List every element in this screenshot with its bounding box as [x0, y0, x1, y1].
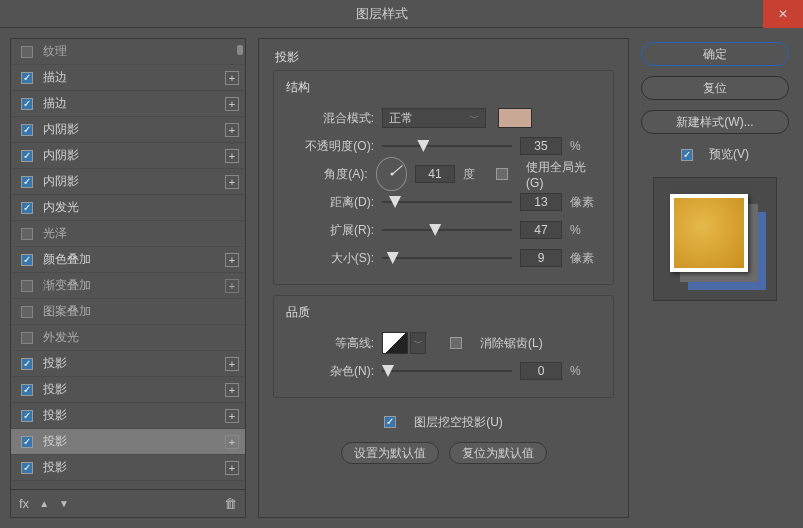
- opacity-label: 不透明度(O):: [286, 138, 374, 155]
- set-default-button[interactable]: 设置为默认值: [341, 442, 439, 464]
- contour-row: 等高线: ﹀ 消除锯齿(L): [286, 329, 601, 357]
- effect-label: 光泽: [43, 225, 239, 242]
- spread-row: 扩展(R): 47 %: [286, 216, 601, 244]
- effect-label: 渐变叠加: [43, 277, 221, 294]
- close-button[interactable]: ✕: [763, 0, 803, 28]
- add-effect-icon[interactable]: +: [225, 123, 239, 137]
- noise-label: 杂色(N):: [286, 363, 374, 380]
- add-effect-icon[interactable]: +: [225, 97, 239, 111]
- effect-checkbox[interactable]: [21, 384, 33, 396]
- preview-checkbox[interactable]: [681, 149, 693, 161]
- quality-title: 品质: [286, 304, 601, 321]
- trash-icon[interactable]: 🗑: [224, 496, 237, 511]
- add-effect-icon[interactable]: +: [225, 175, 239, 189]
- effect-checkbox[interactable]: [21, 462, 33, 474]
- effect-row[interactable]: 内阴影+: [11, 169, 245, 195]
- opacity-input[interactable]: 35: [520, 137, 562, 155]
- effect-checkbox[interactable]: [21, 150, 33, 162]
- effect-row[interactable]: 纹理: [11, 39, 245, 65]
- add-effect-icon[interactable]: +: [225, 409, 239, 423]
- noise-slider[interactable]: [382, 364, 512, 378]
- settings-panel: 投影 结构 混合模式: 正常 ﹀ 不透明度(O): 35 % 角度(A):: [258, 38, 629, 518]
- add-effect-icon[interactable]: +: [225, 149, 239, 163]
- move-down-icon[interactable]: ▼: [59, 498, 69, 509]
- effect-checkbox[interactable]: [21, 46, 33, 58]
- effect-row[interactable]: 投影+: [11, 455, 245, 481]
- effect-checkbox[interactable]: [21, 254, 33, 266]
- effect-row[interactable]: 图案叠加: [11, 299, 245, 325]
- effect-label: 图案叠加: [43, 303, 239, 320]
- distance-slider[interactable]: [382, 195, 512, 209]
- distance-input[interactable]: 13: [520, 193, 562, 211]
- window-title: 图层样式: [0, 5, 763, 23]
- size-input[interactable]: 9: [520, 249, 562, 267]
- blend-mode-row: 混合模式: 正常 ﹀: [286, 104, 601, 132]
- effects-panel: 纹理描边+描边+内阴影+内阴影+内阴影+内发光光泽颜色叠加+渐变叠加+图案叠加外…: [10, 38, 246, 518]
- spread-input[interactable]: 47: [520, 221, 562, 239]
- effect-label: 投影: [43, 433, 221, 450]
- add-effect-icon[interactable]: +: [225, 253, 239, 267]
- effect-checkbox[interactable]: [21, 124, 33, 136]
- size-slider[interactable]: [382, 251, 512, 265]
- effect-checkbox[interactable]: [21, 72, 33, 84]
- add-effect-icon[interactable]: +: [225, 461, 239, 475]
- fx-icon[interactable]: fx: [19, 496, 29, 511]
- reset-default-button[interactable]: 复位为默认值: [449, 442, 547, 464]
- effect-row[interactable]: 内阴影+: [11, 143, 245, 169]
- effect-row[interactable]: 光泽: [11, 221, 245, 247]
- effect-checkbox[interactable]: [21, 280, 33, 292]
- effect-label: 投影: [43, 355, 221, 372]
- add-effect-icon[interactable]: +: [225, 383, 239, 397]
- effect-checkbox[interactable]: [21, 228, 33, 240]
- effect-checkbox[interactable]: [21, 176, 33, 188]
- effect-row[interactable]: 投影+: [11, 429, 245, 455]
- noise-input[interactable]: 0: [520, 362, 562, 380]
- effect-checkbox[interactable]: [21, 98, 33, 110]
- effect-checkbox[interactable]: [21, 306, 33, 318]
- antialias-checkbox[interactable]: [450, 337, 462, 349]
- chevron-down-icon: ﹀: [414, 337, 423, 350]
- angle-dial[interactable]: [376, 157, 408, 191]
- effect-checkbox[interactable]: [21, 358, 33, 370]
- effect-checkbox[interactable]: [21, 202, 33, 214]
- effect-checkbox[interactable]: [21, 332, 33, 344]
- panel-title: 投影: [275, 49, 614, 66]
- angle-input[interactable]: 41: [415, 165, 454, 183]
- effect-label: 内阴影: [43, 173, 221, 190]
- effect-row[interactable]: 内发光: [11, 195, 245, 221]
- move-up-icon[interactable]: ▲: [39, 498, 49, 509]
- effect-checkbox[interactable]: [21, 410, 33, 422]
- effect-row[interactable]: 内阴影+: [11, 117, 245, 143]
- effect-row[interactable]: 外发光: [11, 325, 245, 351]
- spread-label: 扩展(R):: [286, 222, 374, 239]
- ok-button[interactable]: 确定: [641, 42, 789, 66]
- preview-label: 预览(V): [709, 146, 749, 163]
- effect-row[interactable]: 投影+: [11, 403, 245, 429]
- cancel-button[interactable]: 复位: [641, 76, 789, 100]
- contour-picker[interactable]: [382, 332, 408, 354]
- effect-row[interactable]: 投影+: [11, 351, 245, 377]
- effect-row[interactable]: 描边+: [11, 65, 245, 91]
- effect-label: 描边: [43, 69, 221, 86]
- effect-row[interactable]: 颜色叠加+: [11, 247, 245, 273]
- effect-checkbox[interactable]: [21, 436, 33, 448]
- structure-group: 结构 混合模式: 正常 ﹀ 不透明度(O): 35 % 角度(A): 41 度: [273, 70, 614, 285]
- effect-row[interactable]: 渐变叠加+: [11, 273, 245, 299]
- add-effect-icon[interactable]: +: [225, 357, 239, 371]
- structure-title: 结构: [286, 79, 601, 96]
- opacity-slider[interactable]: [382, 139, 512, 153]
- effect-row[interactable]: 描边+: [11, 91, 245, 117]
- add-effect-icon[interactable]: +: [225, 71, 239, 85]
- effect-row[interactable]: 投影+: [11, 377, 245, 403]
- spread-slider[interactable]: [382, 223, 512, 237]
- contour-dropdown[interactable]: ﹀: [410, 332, 426, 354]
- blend-mode-select[interactable]: 正常 ﹀: [382, 108, 486, 128]
- knockout-checkbox[interactable]: [384, 416, 396, 428]
- right-panel: 确定 复位 新建样式(W)... 预览(V): [641, 38, 789, 518]
- global-light-checkbox[interactable]: [496, 168, 508, 180]
- new-style-button[interactable]: 新建样式(W)...: [641, 110, 789, 134]
- angle-unit: 度: [463, 166, 475, 183]
- add-effect-icon[interactable]: +: [225, 435, 239, 449]
- add-effect-icon[interactable]: +: [225, 279, 239, 293]
- shadow-color-swatch[interactable]: [498, 108, 532, 128]
